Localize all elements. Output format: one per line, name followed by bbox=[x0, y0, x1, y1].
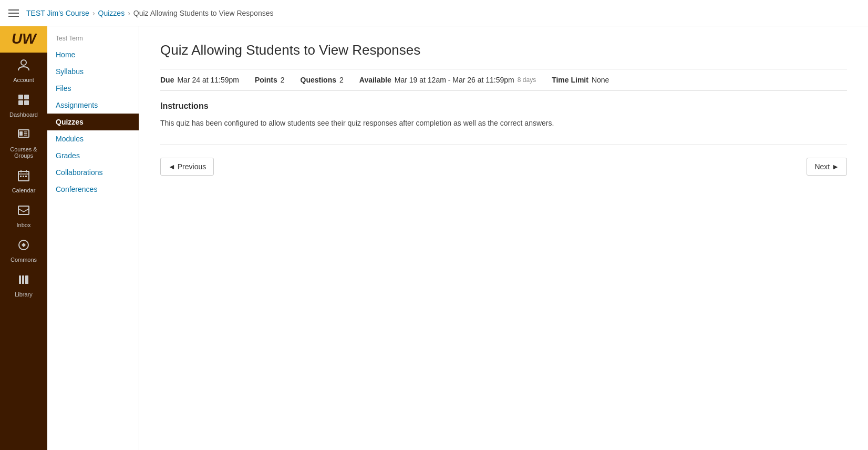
menu-button[interactable] bbox=[6, 7, 21, 19]
svg-rect-4 bbox=[18, 100, 23, 105]
meta-due: Due Mar 24 at 11:59pm bbox=[160, 76, 255, 84]
course-nav: Test Term Home Syllabus Files Assignment… bbox=[47, 26, 139, 450]
meta-available: Available Mar 19 at 12am - Mar 26 at 11:… bbox=[359, 76, 552, 84]
nav-buttons: ◄ Previous Next ► bbox=[160, 158, 847, 176]
course-nav-collaborations[interactable]: Collaborations bbox=[47, 164, 139, 181]
uw-logo[interactable]: UW bbox=[0, 26, 47, 53]
logo-text: UW bbox=[11, 28, 37, 51]
courses-icon bbox=[17, 128, 30, 144]
svg-text:UW: UW bbox=[12, 30, 37, 47]
svg-rect-17 bbox=[25, 176, 27, 177]
top-bar: TEST Jim's Course › Quizzes › Quiz Allow… bbox=[0, 0, 868, 26]
nav-label-library: Library bbox=[15, 291, 33, 298]
course-nav-home[interactable]: Home bbox=[47, 46, 139, 63]
breadcrumb-sep2: › bbox=[128, 9, 130, 17]
next-button[interactable]: Next ► bbox=[807, 158, 847, 176]
svg-point-1 bbox=[21, 60, 26, 65]
svg-rect-2 bbox=[18, 95, 23, 99]
main-layout: UW Account bbox=[0, 26, 868, 450]
calendar-icon bbox=[17, 169, 30, 185]
instructions-heading: Instructions bbox=[160, 101, 847, 111]
svg-rect-15 bbox=[20, 176, 22, 177]
content-divider bbox=[160, 145, 847, 145]
nav-item-courses[interactable]: Courses &Groups bbox=[0, 123, 47, 164]
course-nav-conferences[interactable]: Conferences bbox=[47, 181, 139, 198]
course-nav-syllabus[interactable]: Syllabus bbox=[47, 63, 139, 80]
course-nav-files[interactable]: Files bbox=[47, 80, 139, 97]
nav-item-dashboard[interactable]: Dashboard bbox=[0, 88, 47, 123]
course-nav-modules[interactable]: Modules bbox=[47, 130, 139, 147]
time-limit-label: Time Limit bbox=[552, 76, 588, 84]
due-value: Mar 24 at 11:59pm bbox=[177, 76, 239, 84]
available-label: Available bbox=[359, 76, 391, 84]
svg-rect-18 bbox=[18, 206, 29, 214]
nav-label-account: Account bbox=[13, 77, 34, 83]
breadcrumb-current: Quiz Allowing Students to View Responses bbox=[133, 9, 274, 17]
questions-value: 2 bbox=[339, 76, 344, 84]
instructions-text: This quiz has been configured to allow s… bbox=[160, 117, 847, 129]
nav-label-dashboard: Dashboard bbox=[9, 111, 38, 118]
svg-rect-7 bbox=[19, 131, 23, 136]
svg-rect-5 bbox=[24, 100, 29, 105]
nav-item-library[interactable]: Library bbox=[0, 268, 47, 303]
quiz-meta: Due Mar 24 at 11:59pm Points 2 Questions… bbox=[160, 69, 847, 91]
time-limit-value: None bbox=[592, 76, 609, 84]
breadcrumb-course[interactable]: TEST Jim's Course bbox=[26, 9, 89, 17]
nav-item-inbox[interactable]: Inbox bbox=[0, 199, 47, 233]
svg-rect-21 bbox=[22, 275, 24, 284]
breadcrumb: TEST Jim's Course › Quizzes › Quiz Allow… bbox=[26, 9, 273, 17]
svg-rect-3 bbox=[24, 95, 29, 99]
meta-time-limit: Time Limit None bbox=[552, 76, 625, 84]
breadcrumb-sep1: › bbox=[92, 9, 95, 17]
nav-label-courses: Courses &Groups bbox=[10, 146, 37, 159]
course-nav-assignments[interactable]: Assignments bbox=[47, 97, 139, 114]
nav-label-calendar: Calendar bbox=[12, 187, 36, 193]
svg-rect-16 bbox=[23, 176, 24, 177]
course-nav-grades[interactable]: Grades bbox=[47, 147, 139, 164]
previous-button[interactable]: ◄ Previous bbox=[160, 158, 214, 176]
dashboard-icon bbox=[17, 94, 30, 109]
content-area: Quiz Allowing Students to View Responses… bbox=[139, 26, 868, 450]
nav-item-account[interactable]: Account bbox=[0, 53, 47, 88]
meta-questions: Questions 2 bbox=[301, 76, 359, 84]
available-value: Mar 19 at 12am - Mar 26 at 11:59pm bbox=[395, 76, 514, 84]
account-icon bbox=[17, 58, 30, 75]
available-days: 8 days bbox=[518, 76, 536, 84]
commons-icon bbox=[17, 239, 30, 254]
course-nav-quizzes[interactable]: Quizzes bbox=[47, 114, 139, 130]
nav-label-commons: Commons bbox=[11, 257, 37, 263]
nav-label-inbox: Inbox bbox=[17, 222, 31, 228]
global-nav: UW Account bbox=[0, 26, 47, 450]
nav-item-commons[interactable]: Commons bbox=[0, 233, 47, 268]
due-label: Due bbox=[160, 76, 174, 84]
library-icon bbox=[17, 273, 30, 289]
meta-points: Points 2 bbox=[255, 76, 301, 84]
questions-label: Questions bbox=[301, 76, 336, 84]
svg-rect-22 bbox=[25, 275, 28, 284]
svg-rect-20 bbox=[19, 275, 21, 284]
points-value: 2 bbox=[281, 76, 285, 84]
points-label: Points bbox=[255, 76, 277, 84]
inbox-icon bbox=[17, 204, 30, 220]
breadcrumb-quizzes[interactable]: Quizzes bbox=[98, 9, 125, 17]
quiz-title: Quiz Allowing Students to View Responses bbox=[160, 42, 847, 58]
nav-item-calendar[interactable]: Calendar bbox=[0, 164, 47, 199]
term-label: Test Term bbox=[47, 32, 139, 46]
